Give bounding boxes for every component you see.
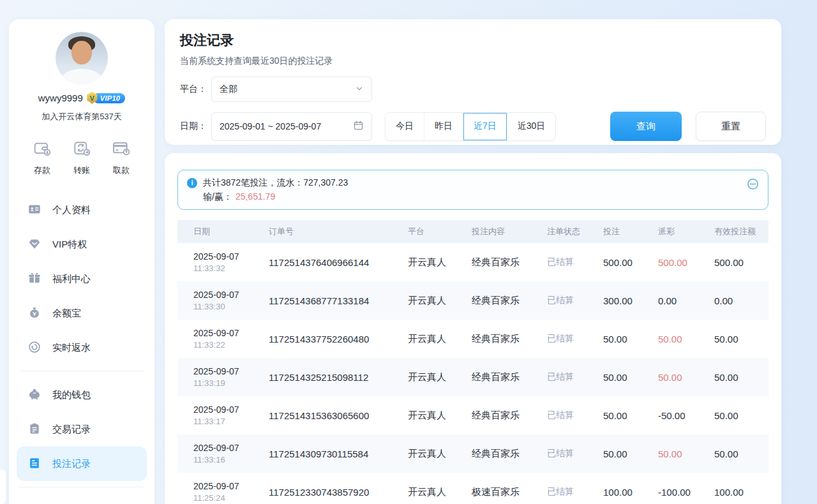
cell-bet-content: 经典百家乐 <box>472 256 547 269</box>
cell-platform: 开云真人 <box>408 410 472 422</box>
cell-valid-amount: 50.00 <box>714 372 768 383</box>
quick-range-yesterday[interactable]: 昨日 <box>424 113 463 140</box>
col-header-content: 投注内容 <box>472 226 547 237</box>
cell-status: 已结算 <box>547 371 603 383</box>
col-header-payout: 派彩 <box>658 226 714 237</box>
winloss-value: 25,651.79 <box>236 190 275 204</box>
sidebar-item-wallet[interactable]: 我的钱包 <box>17 378 147 412</box>
cell-bet-amount: 50.00 <box>603 410 658 421</box>
col-header-date: 日期 <box>193 226 269 237</box>
menu-label: 实时返水 <box>52 342 91 354</box>
date-range-value: 2025-09-01 ~ 2025-09-07 <box>220 121 321 131</box>
vip-badge: V VIP10 <box>86 92 125 104</box>
cell-valid-amount: 100.00 <box>714 487 768 498</box>
cell-bet-amount: 50.00 <box>603 448 658 459</box>
sidebar-item-welfare[interactable]: 福利中心 <box>17 262 147 296</box>
cell-status: 已结算 <box>547 256 603 268</box>
date-label: 日期： <box>180 121 211 132</box>
table-header-row: 日期 订单号 平台 投注内容 注单状态 投注 派彩 有效投注额 <box>177 220 768 243</box>
results-panel: i 共计3872笔投注，流水：727,307.23 输/赢：25,651.79 … <box>165 153 781 504</box>
sidebar-item-vip[interactable]: VIP特权 <box>17 227 147 262</box>
col-header-status: 注单状态 <box>547 226 603 237</box>
cell-status: 已结算 <box>547 333 603 345</box>
cell-valid-amount: 500.00 <box>714 257 768 268</box>
cell-bet-content: 经典百家乐 <box>472 333 547 345</box>
cell-order-number: 1172514325215098112 <box>269 372 408 383</box>
menu-label: 福利中心 <box>52 273 91 285</box>
cell-order-number: 1172514376406966144 <box>269 257 408 268</box>
cell-platform: 开云真人 <box>408 486 472 498</box>
sidebar-menu-secondary: 我的钱包 交易记录 <box>9 378 154 481</box>
cell-valid-amount: 50.00 <box>714 448 768 459</box>
cell-platform: 开云真人 <box>408 333 472 345</box>
cell-order-number: 1172512330743857920 <box>269 487 408 498</box>
cell-date: 2025-09-0711:33:30 <box>193 290 269 311</box>
quick-range-group: 今日 昨日 近7日 近30日 <box>385 112 556 141</box>
avatar <box>56 32 108 84</box>
cell-order-number: 1172514309730115584 <box>269 448 408 459</box>
summary-line1: 共计3872笔投注，流水：727,307.23 <box>203 176 348 189</box>
cell-bet-content: 经典百家乐 <box>472 448 547 460</box>
chevron-down-icon <box>355 84 364 95</box>
sidebar: wywy9999 V VIP10 加入开云体育第537天 存款 <box>9 19 154 504</box>
menu-label: 个人资料 <box>52 204 91 216</box>
cell-bet-amount: 300.00 <box>603 295 658 306</box>
quick-range-today[interactable]: 今日 <box>386 113 424 140</box>
sidebar-divider <box>19 371 144 371</box>
cell-bet-content: 经典百家乐 <box>472 410 547 422</box>
cell-date: 2025-09-0711:33:17 <box>193 404 269 426</box>
col-header-valid: 有效投注额 <box>714 226 768 237</box>
quick-range-7days[interactable]: 近7日 <box>463 113 507 140</box>
vip-level-label: VIP10 <box>93 93 125 103</box>
cell-status: 已结算 <box>547 295 603 306</box>
collapse-banner-button[interactable] <box>746 177 760 191</box>
quick-range-30days[interactable]: 近30日 <box>507 113 556 140</box>
cell-order-number: 1172514315363065600 <box>269 410 408 421</box>
table-body: 2025-09-0711:33:32 1172514376406966144 开… <box>177 243 768 504</box>
menu-label: VIP特权 <box>52 239 87 251</box>
winloss-label: 输/赢： <box>203 190 232 204</box>
cell-date: 2025-09-0711:25:24 <box>193 481 269 503</box>
calendar-icon <box>353 120 364 133</box>
reset-button[interactable]: 重置 <box>696 112 766 141</box>
cell-payout: 50.00 <box>658 372 714 383</box>
cell-order-number: 1172514368777133184 <box>269 295 408 306</box>
bet-records-table: 日期 订单号 平台 投注内容 注单状态 投注 派彩 有效投注额 2025-09-… <box>177 220 768 504</box>
deposit-wallet-icon <box>32 138 52 160</box>
transfer-button[interactable]: 转账 <box>71 138 92 176</box>
money-bag-icon <box>27 306 41 322</box>
date-range-input[interactable]: 2025-09-01 ~ 2025-09-07 <box>211 112 372 141</box>
col-header-order: 订单号 <box>269 226 408 237</box>
sidebar-item-bet-records[interactable]: 投注记录 <box>17 447 147 481</box>
table-row: 2025-09-0711:33:19 1172514325215098112 开… <box>177 358 768 396</box>
info-icon: i <box>187 178 197 188</box>
page-title: 投注记录 <box>180 31 766 49</box>
cell-valid-amount: 0.00 <box>714 295 768 306</box>
sidebar-item-yuebao[interactable]: 余额宝 <box>17 296 147 330</box>
cell-bet-content: 经典百家乐 <box>472 295 547 307</box>
rebate-cycle-icon <box>27 340 41 356</box>
edge-strip <box>0 470 6 504</box>
username: wywy9999 <box>38 93 83 103</box>
deposit-button[interactable]: 存款 <box>32 138 52 176</box>
query-button[interactable]: 查询 <box>610 112 682 141</box>
cell-payout: 50.00 <box>658 334 714 345</box>
cell-payout: -50.00 <box>658 410 714 421</box>
id-card-icon <box>27 202 41 218</box>
table-row: 2025-09-0711:25:24 1172512330743857920 开… <box>177 473 768 504</box>
menu-label: 投注记录 <box>52 458 91 470</box>
cell-payout: 500.00 <box>658 257 714 268</box>
withdraw-button[interactable]: 取款 <box>111 138 131 176</box>
platform-select[interactable]: 全部 <box>211 77 372 102</box>
filter-panel: 投注记录 当前系统支持查询最近30日的投注记录 平台： 全部 日期： 2025-… <box>165 19 781 145</box>
cell-platform: 开云真人 <box>408 295 472 307</box>
bet-records-icon <box>27 456 41 472</box>
col-header-bet: 投注 <box>603 226 658 237</box>
sidebar-item-rebate[interactable]: 实时返水 <box>17 330 147 365</box>
table-row: 2025-09-0711:33:16 1172514309730115584 开… <box>177 434 768 473</box>
summary-banner: i 共计3872笔投注，流水：727,307.23 输/赢：25,651.79 <box>177 170 768 210</box>
cell-bet-amount: 50.00 <box>603 334 658 345</box>
sidebar-item-transactions[interactable]: 交易记录 <box>17 412 147 447</box>
cell-bet-amount: 100.00 <box>603 487 658 498</box>
sidebar-item-profile[interactable]: 个人资料 <box>17 193 147 227</box>
